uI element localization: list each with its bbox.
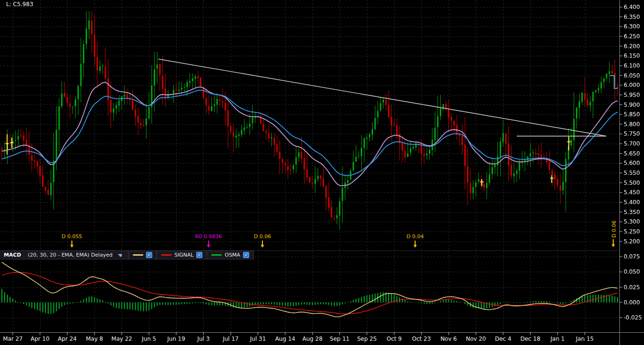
macd-axis[interactable]: 0.0750.0500.0250.000-0.025 (619, 253, 642, 321)
annotation-label[interactable]: D 0.055 (61, 233, 82, 240)
price-tick-label: 5.850 (624, 111, 640, 118)
date-tick-label: Sep 11 (330, 336, 350, 342)
date-tick-label: Jul 31 (250, 336, 266, 342)
macd-params-label: (20, 30, 20 - EMA, EMA) Delayed (28, 252, 113, 258)
date-tick-label: Oct 23 (412, 336, 431, 342)
date-tick-label: Oct 9 (386, 336, 401, 342)
time-axis[interactable]: Mar 27Apr 10Apr 24May 8May 22Jun 5Jun 19… (3, 332, 593, 342)
date-tick-label: Jul 17 (222, 336, 239, 342)
date-tick-label: Jan 15 (575, 336, 594, 342)
price-axis[interactable]: 6.4006.3506.3006.2506.2006.1506.1006.050… (619, 4, 640, 245)
price-tick-label: 5.750 (624, 130, 640, 137)
price-tick-label: 6.350 (624, 14, 640, 20)
annotation-label[interactable]: R0 0.9836 (195, 233, 222, 240)
macd-line-checkbox[interactable]: ✓ (146, 252, 152, 258)
price-tick-label: 5.650 (624, 150, 640, 157)
price-tick-label: 5.450 (624, 189, 640, 196)
price-tick-label: 5.400 (624, 199, 640, 206)
ema-fast-line[interactable] (2, 82, 618, 186)
macd-tick-label: 0.075 (624, 253, 640, 260)
macd-tick-label: 0.050 (624, 268, 640, 275)
macd-tick-label: 0.000 (624, 299, 640, 306)
osma-legend-group: OSMA✓ (207, 251, 253, 259)
date-tick-label: May 22 (112, 336, 132, 342)
macd-line[interactable] (2, 262, 618, 317)
macd-indicator-title: MACD (4, 252, 21, 258)
price-tick-label: 5.500 (624, 180, 640, 186)
date-tick-label: Jun 5 (141, 336, 156, 342)
date-tick-label: Aug 14 (275, 336, 296, 342)
trading-chart-window: D 0.055R0 0.9836D 0.06D 0.04D 0.066.4006… (0, 0, 644, 345)
macd-tick-label: -0.025 (624, 314, 642, 321)
price-tick-label: 6.100 (624, 62, 640, 69)
price-tick-label: 6.250 (624, 33, 640, 40)
price-tick-label: 5.250 (624, 228, 640, 235)
price-tick-label: 5.300 (624, 218, 640, 225)
signal-line[interactable] (2, 272, 618, 314)
macd-legend: ✓SIGNAL✓OSMA✓ (128, 251, 253, 259)
date-tick-label: Jun 19 (167, 336, 185, 342)
price-tick-label: 5.950 (624, 92, 640, 98)
chart-canvas[interactable]: D 0.055R0 0.9836D 0.06D 0.04D 0.066.4006… (0, 0, 644, 345)
price-tick-label: 5.600 (624, 160, 640, 166)
price-tick-label: 6.300 (624, 23, 640, 30)
macd-panel-header: MACD (20, 30, 20 - EMA, EMA) Delayed ☚ ✓… (0, 250, 254, 259)
annotation-label[interactable]: D 0.04 (407, 233, 424, 240)
osma-checkbox[interactable]: ✓ (243, 252, 249, 258)
date-tick-label: Aug 28 (303, 336, 323, 342)
date-tick-label: Nov 6 (440, 336, 457, 342)
macd-tick-label: 0.025 (624, 284, 640, 291)
price-tick-label: 5.700 (624, 140, 640, 147)
price-tick-label: 6.000 (624, 82, 640, 88)
osma-swatch (211, 254, 222, 256)
price-tick-label: 6.050 (624, 72, 640, 79)
price-tick-label: 5.550 (624, 170, 640, 176)
price-tick-label: 5.900 (624, 102, 640, 108)
ema-slow-line[interactable] (2, 90, 618, 176)
date-tick-label: Jul 3 (197, 336, 209, 342)
date-tick-label: Sep 25 (357, 336, 377, 342)
macd-line-legend-group: ✓ (128, 251, 157, 259)
price-tick-label: 6.200 (624, 43, 640, 50)
signal-line-legend-group: SIGNAL✓ (157, 251, 207, 259)
osma-label: OSMA (225, 252, 240, 258)
date-tick-label: Dec 4 (495, 336, 512, 342)
date-tick-label: Dec 18 (520, 336, 540, 342)
hand-icon[interactable]: ☚ (117, 252, 122, 259)
date-tick-label: May 8 (86, 336, 103, 342)
price-tick-label: 5.200 (624, 238, 640, 245)
annotation-label[interactable]: D 0.06 (611, 221, 617, 238)
macd-line-swatch (133, 254, 143, 256)
last-price-marker (610, 76, 618, 88)
date-tick-label: Mar 27 (3, 336, 23, 342)
chart-annotations[interactable]: D 0.055R0 0.9836D 0.06D 0.04D 0.06 (61, 221, 617, 248)
signal-line-swatch (161, 254, 172, 256)
annotation-label[interactable]: D 0.06 (254, 233, 271, 240)
signal-line-label: SIGNAL (174, 252, 194, 258)
candlestick-series (1, 11, 618, 229)
last-price-label: L: C5.983 (6, 1, 33, 8)
date-tick-label: Nov 20 (466, 336, 486, 342)
price-tick-label: 6.150 (624, 52, 640, 59)
price-tick-label: 5.350 (624, 209, 640, 216)
date-tick-label: Jan 1 (550, 336, 565, 342)
signal-line-checkbox[interactable]: ✓ (196, 252, 202, 258)
date-tick-label: Apr 24 (58, 336, 77, 342)
price-tick-label: 6.400 (624, 4, 640, 10)
price-tick-label: 5.800 (624, 121, 640, 128)
date-tick-label: Apr 10 (31, 336, 50, 342)
